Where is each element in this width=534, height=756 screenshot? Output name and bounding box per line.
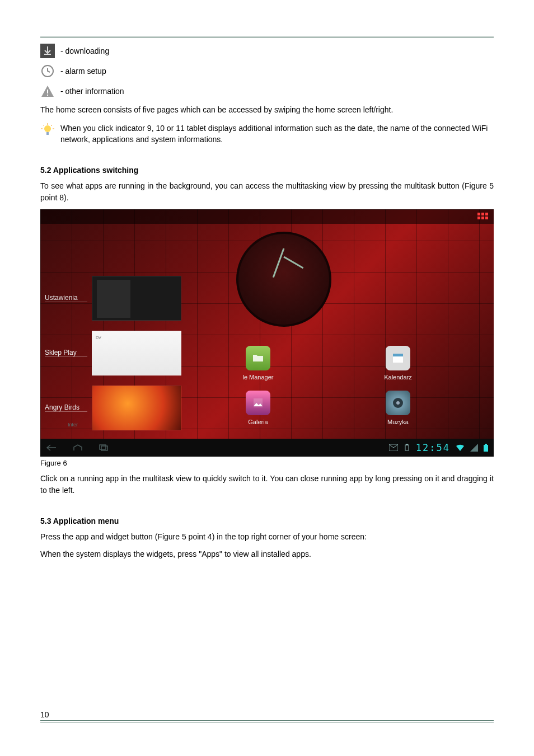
- svg-line-9: [51, 125, 52, 126]
- multitask-thumb: [92, 276, 181, 321]
- usb-status-icon[interactable]: [404, 444, 410, 452]
- svg-point-15: [396, 401, 400, 405]
- app-muzyka[interactable]: Muzyka: [367, 391, 429, 425]
- other-label: - other information: [60, 87, 124, 96]
- gallery-icon: [246, 391, 270, 415]
- lightbulb-icon: [40, 123, 55, 137]
- app-kalendarz[interactable]: Kalendarz: [367, 346, 429, 381]
- svg-rect-21: [101, 446, 107, 450]
- back-button[interactable]: [46, 444, 57, 452]
- svg-rect-23: [405, 445, 409, 450]
- alarm-label: - alarm setup: [60, 67, 106, 76]
- wifi-status-icon[interactable]: [456, 444, 465, 452]
- svg-rect-3: [47, 95, 48, 96]
- warning-icon: [40, 84, 55, 98]
- apps-grid-button[interactable]: [477, 213, 488, 219]
- svg-rect-24: [406, 444, 408, 445]
- svg-rect-10: [46, 132, 49, 135]
- multitask-item-angrybirds[interactable]: Angry Birds Inter: [40, 381, 219, 435]
- figure-caption: Figure 6: [40, 459, 494, 467]
- multitask-item-ustawienia[interactable]: Ustawienia: [40, 271, 219, 326]
- recent-button[interactable]: [99, 444, 109, 452]
- icon-row-other: - other information: [40, 84, 494, 98]
- tip-row: When you click indicator 9, 10 or 11 tab…: [40, 123, 494, 145]
- calendar-icon: [386, 346, 410, 370]
- home-button[interactable]: [73, 444, 83, 452]
- multitask-label: Sklep Play: [45, 349, 87, 357]
- folder-icon: [246, 346, 270, 370]
- page-number: 10: [40, 710, 494, 719]
- multitask-label: Ustawienia: [45, 294, 87, 302]
- svg-rect-26: [485, 444, 487, 445]
- p-app-menu-2: When the system displays the widgets, pr…: [40, 548, 494, 560]
- heading-5-2: 5.2 Applications switching: [40, 166, 494, 175]
- multitask-panel: Ustawienia Sklep Play DV Angry Birds Int…: [40, 271, 219, 435]
- download-label: - downloading: [60, 46, 109, 55]
- tip-text: When you click indicator 9, 10 or 11 tab…: [60, 123, 494, 145]
- svg-point-4: [44, 125, 51, 132]
- icon-row-alarm: - alarm setup: [40, 64, 494, 78]
- figure-6-screenshot: Ustawienia Sklep Play DV Angry Birds Int…: [40, 209, 494, 457]
- svg-line-8: [43, 125, 44, 126]
- multitask-thumb: DV: [92, 331, 181, 375]
- multitask-item-sklep[interactable]: Sklep Play DV: [40, 326, 219, 381]
- svg-rect-25: [484, 445, 488, 452]
- p-multitask: To see what apps are running in the back…: [40, 180, 494, 204]
- svg-rect-20: [100, 445, 106, 449]
- battery-status-icon[interactable]: [484, 444, 488, 452]
- svg-rect-12: [393, 354, 403, 356]
- clock-icon: [40, 64, 55, 78]
- signal-status-icon[interactable]: [470, 444, 478, 452]
- download-icon: [40, 44, 55, 58]
- system-nav-bar: 12:54: [40, 439, 494, 457]
- app-file-manager[interactable]: le Manager: [227, 346, 289, 381]
- analog-clock-widget[interactable]: [236, 232, 331, 327]
- p-app-menu-1: Press the app and widget button (Figure …: [40, 531, 494, 543]
- status-time[interactable]: 12:54: [416, 442, 450, 453]
- multitask-thumb: Inter: [92, 386, 181, 430]
- svg-rect-2: [47, 90, 48, 93]
- icon-row-downloading: - downloading: [40, 44, 494, 58]
- music-icon: [386, 391, 410, 415]
- p-switch-app: Click on a running app in the multitask …: [40, 473, 494, 496]
- app-galeria[interactable]: Galeria: [227, 391, 289, 425]
- heading-5-3: 5.3 Application menu: [40, 516, 494, 525]
- multitask-label: Angry Birds: [45, 403, 87, 412]
- home-pages-paragraph: The home screen consists of five pages w…: [40, 104, 494, 116]
- mail-status-icon[interactable]: [389, 444, 398, 451]
